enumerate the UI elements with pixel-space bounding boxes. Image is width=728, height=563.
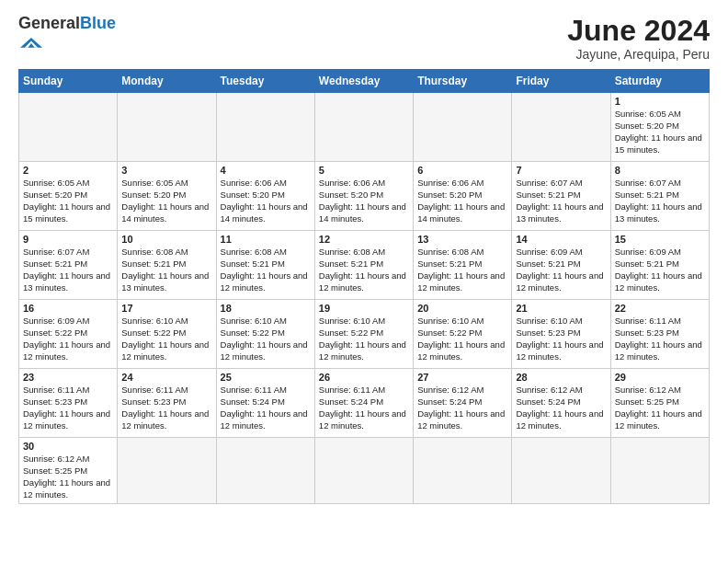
calendar-cell	[414, 93, 512, 162]
calendar-cell: 26Sunrise: 6:11 AMSunset: 5:24 PMDayligh…	[314, 369, 413, 438]
day-number: 11	[221, 234, 311, 245]
cell-sun-info: Sunrise: 6:08 AMSunset: 5:21 PMDaylight:…	[121, 247, 211, 293]
calendar-cell: 30Sunrise: 6:12 AMSunset: 5:25 PMDayligh…	[19, 438, 118, 504]
calendar-cell	[19, 93, 118, 162]
cell-sun-info: Sunrise: 6:12 AMSunset: 5:25 PMDaylight:…	[615, 385, 705, 431]
week-row-4: 23Sunrise: 6:11 AMSunset: 5:23 PMDayligh…	[19, 369, 710, 438]
logo: GeneralBlue	[18, 15, 116, 58]
calendar-cell: 25Sunrise: 6:11 AMSunset: 5:24 PMDayligh…	[216, 369, 314, 438]
day-number: 5	[319, 165, 409, 176]
day-number: 28	[516, 372, 606, 383]
calendar-cell: 23Sunrise: 6:11 AMSunset: 5:23 PMDayligh…	[19, 369, 118, 438]
calendar-cell	[118, 438, 216, 504]
week-row-5: 30Sunrise: 6:12 AMSunset: 5:25 PMDayligh…	[19, 438, 710, 504]
month-title: June 2024	[567, 15, 710, 47]
week-row-3: 16Sunrise: 6:09 AMSunset: 5:22 PMDayligh…	[19, 300, 710, 369]
cell-sun-info: Sunrise: 6:11 AMSunset: 5:23 PMDaylight:…	[121, 385, 211, 431]
day-number: 15	[615, 234, 705, 245]
day-number: 9	[23, 234, 113, 245]
cell-sun-info: Sunrise: 6:11 AMSunset: 5:24 PMDaylight:…	[319, 385, 409, 431]
calendar-cell: 27Sunrise: 6:12 AMSunset: 5:24 PMDayligh…	[414, 369, 512, 438]
cell-sun-info: Sunrise: 6:08 AMSunset: 5:21 PMDaylight:…	[319, 247, 409, 293]
calendar-cell: 5Sunrise: 6:06 AMSunset: 5:20 PMDaylight…	[314, 162, 413, 231]
day-number: 3	[121, 165, 211, 176]
day-number: 16	[23, 303, 113, 314]
calendar-cell: 3Sunrise: 6:05 AMSunset: 5:20 PMDaylight…	[118, 162, 216, 231]
calendar-cell: 11Sunrise: 6:08 AMSunset: 5:21 PMDayligh…	[216, 231, 314, 300]
cell-sun-info: Sunrise: 6:10 AMSunset: 5:22 PMDaylight:…	[319, 316, 409, 362]
cell-sun-info: Sunrise: 6:06 AMSunset: 5:20 PMDaylight:…	[319, 178, 409, 224]
day-number: 13	[417, 234, 507, 245]
calendar-cell: 15Sunrise: 6:09 AMSunset: 5:21 PMDayligh…	[610, 231, 709, 300]
day-number: 19	[319, 303, 409, 314]
cell-sun-info: Sunrise: 6:12 AMSunset: 5:24 PMDaylight:…	[516, 385, 606, 431]
calendar-cell: 10Sunrise: 6:08 AMSunset: 5:21 PMDayligh…	[118, 231, 216, 300]
day-number: 4	[221, 165, 311, 176]
weekday-header-saturday: Saturday	[610, 70, 709, 93]
cell-sun-info: Sunrise: 6:12 AMSunset: 5:24 PMDaylight:…	[417, 385, 507, 431]
calendar-cell: 29Sunrise: 6:12 AMSunset: 5:25 PMDayligh…	[610, 369, 709, 438]
day-number: 23	[23, 372, 113, 383]
weekday-header-wednesday: Wednesday	[314, 70, 413, 93]
day-number: 25	[221, 372, 311, 383]
calendar-cell: 8Sunrise: 6:07 AMSunset: 5:21 PMDaylight…	[610, 162, 709, 231]
calendar-cell	[414, 438, 512, 504]
day-number: 7	[516, 165, 606, 176]
calendar-cell: 17Sunrise: 6:10 AMSunset: 5:22 PMDayligh…	[118, 300, 216, 369]
calendar-cell	[314, 93, 413, 162]
cell-sun-info: Sunrise: 6:09 AMSunset: 5:21 PMDaylight:…	[615, 247, 705, 293]
day-number: 8	[615, 165, 705, 176]
day-number: 22	[615, 303, 705, 314]
week-row-2: 9Sunrise: 6:07 AMSunset: 5:21 PMDaylight…	[19, 231, 710, 300]
day-number: 20	[417, 303, 507, 314]
calendar-cell: 1Sunrise: 6:05 AMSunset: 5:20 PMDaylight…	[610, 93, 709, 162]
calendar-cell: 4Sunrise: 6:06 AMSunset: 5:20 PMDaylight…	[216, 162, 314, 231]
day-number: 2	[23, 165, 113, 176]
calendar-cell	[512, 93, 610, 162]
title-block: June 2024 Jayune, Arequipa, Peru	[567, 15, 710, 62]
calendar-cell: 19Sunrise: 6:10 AMSunset: 5:22 PMDayligh…	[314, 300, 413, 369]
weekday-header-monday: Monday	[118, 70, 216, 93]
calendar-cell: 13Sunrise: 6:08 AMSunset: 5:21 PMDayligh…	[414, 231, 512, 300]
calendar-cell: 12Sunrise: 6:08 AMSunset: 5:21 PMDayligh…	[314, 231, 413, 300]
day-number: 10	[121, 234, 211, 245]
calendar-cell: 24Sunrise: 6:11 AMSunset: 5:23 PMDayligh…	[118, 369, 216, 438]
day-number: 12	[319, 234, 409, 245]
calendar-cell	[610, 438, 709, 504]
cell-sun-info: Sunrise: 6:05 AMSunset: 5:20 PMDaylight:…	[23, 178, 113, 224]
calendar-cell	[512, 438, 610, 504]
calendar-cell: 16Sunrise: 6:09 AMSunset: 5:22 PMDayligh…	[19, 300, 118, 369]
day-number: 26	[319, 372, 409, 383]
cell-sun-info: Sunrise: 6:09 AMSunset: 5:21 PMDaylight:…	[516, 247, 606, 293]
day-number: 18	[221, 303, 311, 314]
calendar-cell: 18Sunrise: 6:10 AMSunset: 5:22 PMDayligh…	[216, 300, 314, 369]
cell-sun-info: Sunrise: 6:05 AMSunset: 5:20 PMDaylight:…	[615, 109, 705, 155]
day-number: 21	[516, 303, 606, 314]
calendar-cell: 21Sunrise: 6:10 AMSunset: 5:23 PMDayligh…	[512, 300, 610, 369]
day-number: 27	[417, 372, 507, 383]
weekday-header-thursday: Thursday	[414, 70, 512, 93]
day-number: 17	[121, 303, 211, 314]
page-header: GeneralBlue June 2024 Jayune, Arequipa, …	[18, 15, 710, 62]
calendar-cell	[216, 93, 314, 162]
week-row-1: 2Sunrise: 6:05 AMSunset: 5:20 PMDaylight…	[19, 162, 710, 231]
weekday-header-row: SundayMondayTuesdayWednesdayThursdayFrid…	[19, 70, 710, 93]
cell-sun-info: Sunrise: 6:10 AMSunset: 5:22 PMDaylight:…	[417, 316, 507, 362]
calendar-cell	[314, 438, 413, 504]
calendar-cell	[216, 438, 314, 504]
cell-sun-info: Sunrise: 6:07 AMSunset: 5:21 PMDaylight:…	[615, 178, 705, 224]
calendar-cell: 6Sunrise: 6:06 AMSunset: 5:20 PMDaylight…	[414, 162, 512, 231]
cell-sun-info: Sunrise: 6:08 AMSunset: 5:21 PMDaylight:…	[221, 247, 311, 293]
calendar-cell: 22Sunrise: 6:11 AMSunset: 5:23 PMDayligh…	[610, 300, 709, 369]
calendar-table: SundayMondayTuesdayWednesdayThursdayFrid…	[18, 69, 710, 504]
weekday-header-sunday: Sunday	[19, 70, 118, 93]
cell-sun-info: Sunrise: 6:12 AMSunset: 5:25 PMDaylight:…	[23, 454, 113, 500]
cell-sun-info: Sunrise: 6:10 AMSunset: 5:23 PMDaylight:…	[516, 316, 606, 362]
cell-sun-info: Sunrise: 6:08 AMSunset: 5:21 PMDaylight:…	[417, 247, 507, 293]
cell-sun-info: Sunrise: 6:10 AMSunset: 5:22 PMDaylight:…	[121, 316, 211, 362]
week-row-0: 1Sunrise: 6:05 AMSunset: 5:20 PMDaylight…	[19, 93, 710, 162]
cell-sun-info: Sunrise: 6:07 AMSunset: 5:21 PMDaylight:…	[516, 178, 606, 224]
cell-sun-info: Sunrise: 6:07 AMSunset: 5:21 PMDaylight:…	[23, 247, 113, 293]
calendar-cell: 20Sunrise: 6:10 AMSunset: 5:22 PMDayligh…	[414, 300, 512, 369]
day-number: 30	[23, 441, 113, 452]
